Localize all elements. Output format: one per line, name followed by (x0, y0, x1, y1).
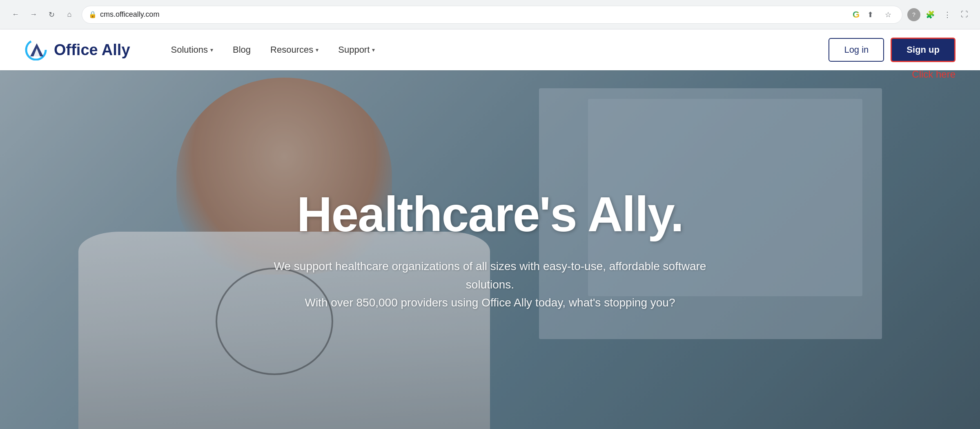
home-button[interactable]: ⌂ (62, 7, 77, 22)
browser-chrome: ← → ↻ ⌂ 🔒 G ⬆ ☆ ? 🧩 ⋮ ⛶ (0, 0, 980, 29)
chevron-down-icon: ▾ (316, 47, 318, 53)
browser-nav-buttons: ← → ↻ ⌂ (8, 7, 77, 22)
logo-icon (24, 39, 49, 60)
signup-button[interactable]: Sign up (891, 38, 956, 62)
google-g-icon: G (853, 9, 860, 20)
bookmark-button[interactable]: ☆ (881, 7, 895, 22)
hero-subtitle: We support healthcare organizations of a… (265, 257, 715, 312)
click-here-label: Click here (912, 69, 956, 80)
website-content: Office Ally Solutions ▾ Blog Resources ▾… (0, 29, 980, 429)
address-bar-container[interactable]: 🔒 G ⬆ ☆ (82, 6, 902, 24)
nav-links: Solutions ▾ Blog Resources ▾ Support ▾ (163, 40, 829, 59)
share-button[interactable]: ⬆ (863, 7, 878, 22)
nav-actions: Log in Sign up Click here (829, 38, 956, 62)
chevron-down-icon: ▾ (210, 47, 213, 53)
logo-text: Office Ally (54, 41, 130, 59)
hero-content: Healthcare's Ally. We support healthcare… (225, 187, 755, 312)
nav-solutions[interactable]: Solutions ▾ (163, 40, 222, 59)
back-button[interactable]: ← (8, 7, 23, 22)
profile-avatar[interactable]: ? (907, 8, 920, 21)
reload-button[interactable]: ↻ (44, 7, 59, 22)
chevron-down-icon: ▾ (372, 47, 375, 53)
nav-resources[interactable]: Resources ▾ (262, 40, 327, 59)
browser-right-icons: ? 🧩 ⋮ ⛶ (907, 7, 972, 22)
logo-area[interactable]: Office Ally (24, 39, 130, 60)
forward-button[interactable]: → (26, 7, 41, 22)
login-button[interactable]: Log in (829, 38, 884, 62)
navbar: Office Ally Solutions ▾ Blog Resources ▾… (0, 29, 980, 70)
extensions-button[interactable]: 🧩 (923, 7, 938, 22)
lock-icon: 🔒 (89, 11, 97, 18)
menu-button[interactable]: ⋮ (940, 7, 955, 22)
address-bar[interactable] (100, 10, 849, 19)
hero-title: Healthcare's Ally. (265, 187, 715, 241)
hero-section: Healthcare's Ally. We support healthcare… (0, 70, 980, 429)
nav-blog[interactable]: Blog (225, 40, 259, 59)
fullscreen-button[interactable]: ⛶ (957, 7, 972, 22)
nav-support[interactable]: Support ▾ (330, 40, 383, 59)
